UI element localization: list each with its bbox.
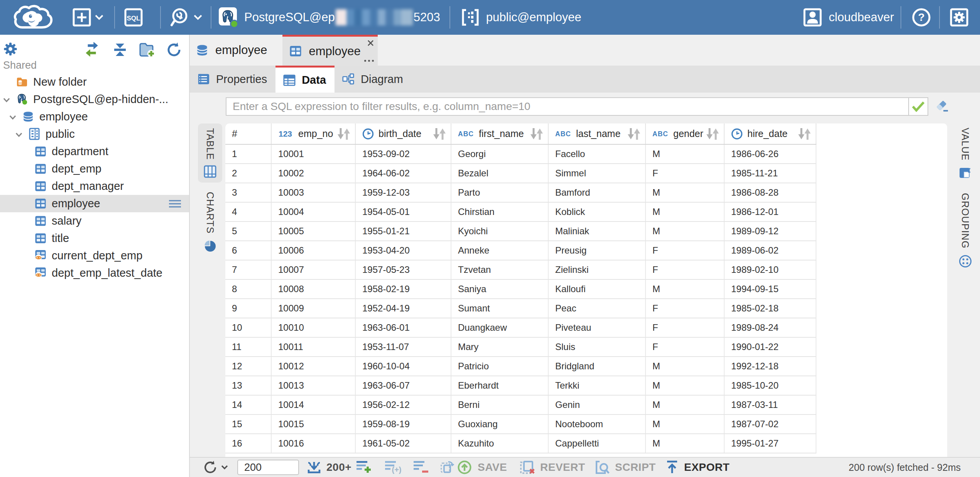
script-button[interactable]: SCRIPT xyxy=(594,458,656,477)
cell-first_name[interactable]: Anneke xyxy=(451,241,548,260)
row-limit-field[interactable]: 200 xyxy=(237,458,299,477)
column-header-gender[interactable]: ABCgender xyxy=(645,123,724,144)
cell-birth_date[interactable]: 1958-02-19 xyxy=(355,279,451,299)
cell-gender[interactable]: M xyxy=(645,202,724,222)
cell-first_name[interactable]: Tzvetan xyxy=(451,260,548,279)
clear-filter-button[interactable] xyxy=(934,97,951,116)
tree-item-department[interactable]: department xyxy=(0,143,189,160)
cell-gender[interactable]: F xyxy=(645,337,724,357)
cell-first_name[interactable]: Kyoichi xyxy=(451,222,548,241)
cell-emp_no[interactable]: 10014 xyxy=(271,395,355,414)
row-number-cell[interactable]: 12 xyxy=(225,357,271,376)
cell-first_name[interactable]: Kazuhito xyxy=(451,434,548,453)
sort-arrows-icon[interactable] xyxy=(627,127,640,141)
tree-item-new-folder[interactable]: New folder xyxy=(0,73,189,91)
row-number-cell[interactable]: 6 xyxy=(225,241,271,260)
cell-first_name[interactable]: Bezalel xyxy=(451,164,548,183)
row-number-cell[interactable]: 4 xyxy=(225,202,271,222)
cell-hire_date[interactable]: 1994-09-15 xyxy=(724,279,816,299)
cell-last_name[interactable]: Piveteau xyxy=(548,318,645,337)
cell-emp_no[interactable]: 10004 xyxy=(271,202,355,222)
row-number-cell[interactable]: 9 xyxy=(225,299,271,318)
tree-item-dept-manager[interactable]: dept_manager xyxy=(0,178,189,195)
result-tab-properties[interactable]: Properties xyxy=(190,66,275,93)
cell-birth_date[interactable]: 1959-08-19 xyxy=(355,414,451,434)
sort-arrows-icon[interactable] xyxy=(798,127,811,141)
cell-first_name[interactable]: Georgi xyxy=(451,144,548,164)
cell-last_name[interactable]: Kalloufi xyxy=(548,279,645,299)
column-header-first_name[interactable]: ABCfirst_name xyxy=(451,123,548,144)
cell-birth_date[interactable]: 1960-10-04 xyxy=(355,357,451,376)
cell-emp_no[interactable]: 10013 xyxy=(271,376,355,395)
cell-gender[interactable]: M xyxy=(645,357,724,376)
cell-first_name[interactable]: Duangkaew xyxy=(451,318,548,337)
cell-last_name[interactable]: Koblick xyxy=(548,202,645,222)
cell-hire_date[interactable]: 1990-01-22 xyxy=(724,337,816,357)
editor-tab-employee[interactable]: employee xyxy=(190,35,282,66)
row-number-cell[interactable]: 16 xyxy=(225,434,271,453)
sort-arrows-icon[interactable] xyxy=(433,127,446,141)
save-button[interactable]: SAVE xyxy=(457,458,507,477)
cell-gender[interactable]: M xyxy=(645,222,724,241)
row-number-cell[interactable]: 13 xyxy=(225,376,271,395)
cell-last_name[interactable]: Nooteboom xyxy=(548,414,645,434)
cell-first_name[interactable]: Parto xyxy=(451,183,548,202)
column-header-emp_no[interactable]: 123emp_no xyxy=(271,123,355,144)
panel-tab-value[interactable]: VALUE xyxy=(959,128,972,179)
cell-gender[interactable]: M xyxy=(645,414,724,434)
cell-last_name[interactable]: Bridgland xyxy=(548,357,645,376)
cell-emp_no[interactable]: 10015 xyxy=(271,414,355,434)
cell-last_name[interactable]: Cappelletti xyxy=(548,434,645,453)
cell-hire_date[interactable]: 1986-12-01 xyxy=(724,202,816,222)
cell-hire_date[interactable]: 1989-02-10 xyxy=(724,260,816,279)
row-number-cell[interactable]: 3 xyxy=(225,183,271,202)
cell-emp_no[interactable]: 10001 xyxy=(271,144,355,164)
cell-birth_date[interactable]: 1963-06-07 xyxy=(355,376,451,395)
tree-item-current-dept-emp[interactable]: current_dept_emp xyxy=(0,247,189,264)
cell-emp_no[interactable]: 10011 xyxy=(271,337,355,357)
cell-emp_no[interactable]: 10006 xyxy=(271,241,355,260)
cell-emp_no[interactable]: 10016 xyxy=(271,434,355,453)
cell-emp_no[interactable]: 10009 xyxy=(271,299,355,318)
tree-item-salary[interactable]: salary xyxy=(0,212,189,230)
cell-emp_no[interactable]: 10002 xyxy=(271,164,355,183)
column-header-last_name[interactable]: ABClast_name xyxy=(548,123,645,144)
export-button[interactable]: EXPORT xyxy=(666,458,730,477)
cell-hire_date[interactable]: 1987-03-11 xyxy=(724,395,816,414)
cell-last_name[interactable]: Peac xyxy=(548,299,645,318)
presentation-tab-table[interactable]: TABLE xyxy=(198,123,222,183)
user-menu[interactable]: cloudbeaver xyxy=(803,8,894,27)
cell-birth_date[interactable]: 1953-09-02 xyxy=(355,144,451,164)
cell-birth_date[interactable]: 1955-01-21 xyxy=(355,222,451,241)
tree-item-dept-emp-latest-date[interactable]: dept_emp_latest_date xyxy=(0,264,189,282)
connection-selector[interactable]: PostgreSQL@ep 5203 xyxy=(219,7,440,27)
cell-first_name[interactable]: Guoxiang xyxy=(451,414,548,434)
cell-emp_no[interactable]: 10005 xyxy=(271,222,355,241)
cell-birth_date[interactable]: 1963-06-01 xyxy=(355,318,451,337)
cell-birth_date[interactable]: 1953-11-07 xyxy=(355,337,451,357)
cell-birth_date[interactable]: 1952-04-19 xyxy=(355,299,451,318)
cell-birth_date[interactable]: 1961-05-02 xyxy=(355,434,451,453)
result-tab-diagram[interactable]: Diagram xyxy=(335,66,412,93)
cell-first_name[interactable]: Patricio xyxy=(451,357,548,376)
cell-first_name[interactable]: Mary xyxy=(451,337,548,357)
cell-birth_date[interactable]: 1956-02-12 xyxy=(355,395,451,414)
presentation-tab-charts[interactable]: CHARTS xyxy=(198,190,222,252)
cell-last_name[interactable]: Terkki xyxy=(548,376,645,395)
cell-emp_no[interactable]: 10010 xyxy=(271,318,355,337)
cell-last_name[interactable]: Zielinski xyxy=(548,260,645,279)
cell-first_name[interactable]: Saniya xyxy=(451,279,548,299)
new-connection-button[interactable] xyxy=(73,8,103,27)
tree-item-title[interactable]: title xyxy=(0,230,189,247)
cell-hire_date[interactable]: 1985-11-21 xyxy=(724,164,816,183)
cell-gender[interactable]: M xyxy=(645,279,724,299)
row-number-cell[interactable]: 14 xyxy=(225,395,271,414)
cell-birth_date[interactable]: 1959-12-03 xyxy=(355,183,451,202)
cell-hire_date[interactable]: 1989-09-12 xyxy=(724,222,816,241)
sort-arrows-icon[interactable] xyxy=(337,127,350,141)
cell-gender[interactable]: F xyxy=(645,164,724,183)
cell-gender[interactable]: M xyxy=(645,395,724,414)
refresh-tree-icon[interactable] xyxy=(166,42,182,58)
cell-gender[interactable]: M xyxy=(645,144,724,164)
cell-emp_no[interactable]: 10003 xyxy=(271,183,355,202)
